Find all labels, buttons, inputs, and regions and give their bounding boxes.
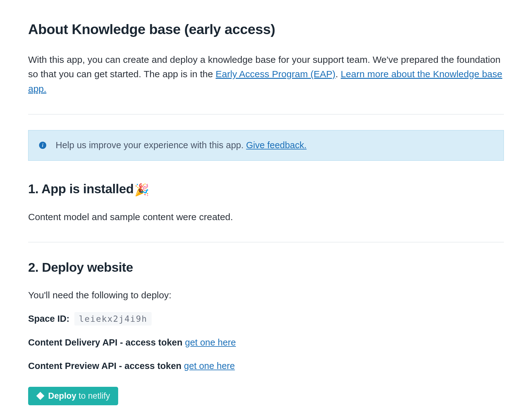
info-icon: i xyxy=(39,142,46,149)
page-title: About Knowledge base (early access) xyxy=(28,19,504,40)
step-1-heading: 1. App is installed🎉 xyxy=(28,179,504,199)
netlify-icon xyxy=(36,392,44,400)
preview-token-link[interactable]: get one here xyxy=(184,361,235,371)
preview-token-label: Content Preview API - access token xyxy=(28,361,184,371)
delivery-token-row: Content Delivery API - access token get … xyxy=(28,336,504,350)
divider xyxy=(28,242,504,242)
deploy-button-light: to netlify xyxy=(76,391,110,401)
step-1-text: Content model and sample content were cr… xyxy=(28,210,504,224)
divider xyxy=(28,114,504,114)
intro-paragraph: With this app, you can create and deploy… xyxy=(28,53,504,96)
give-feedback-link[interactable]: Give feedback. xyxy=(246,140,306,150)
banner-text: Help us improve your experience with thi… xyxy=(56,139,307,152)
space-id-label: Space ID: xyxy=(28,314,69,324)
intro-separator: . xyxy=(335,69,341,79)
step-1-heading-text: 1. App is installed xyxy=(28,182,134,196)
delivery-token-link[interactable]: get one here xyxy=(185,337,236,347)
space-id-row: Space ID: leiekx2j4i9h xyxy=(28,312,504,326)
banner-prefix: Help us improve your experience with thi… xyxy=(56,140,246,150)
preview-token-row: Content Preview API - access token get o… xyxy=(28,359,504,373)
step-2-heading: 2. Deploy website xyxy=(28,258,504,277)
party-popper-icon: 🎉 xyxy=(134,183,149,196)
delivery-token-label: Content Delivery API - access token xyxy=(28,337,185,347)
deploy-to-netlify-button[interactable]: Deploy to netlify xyxy=(28,387,118,405)
space-id-value: leiekx2j4i9h xyxy=(74,312,152,326)
deploy-button-bold: Deploy xyxy=(48,391,76,401)
step-2-intro: You'll need the following to deploy: xyxy=(28,288,504,302)
eap-link[interactable]: Early Access Program (EAP) xyxy=(216,69,335,79)
feedback-banner: i Help us improve your experience with t… xyxy=(28,130,504,161)
